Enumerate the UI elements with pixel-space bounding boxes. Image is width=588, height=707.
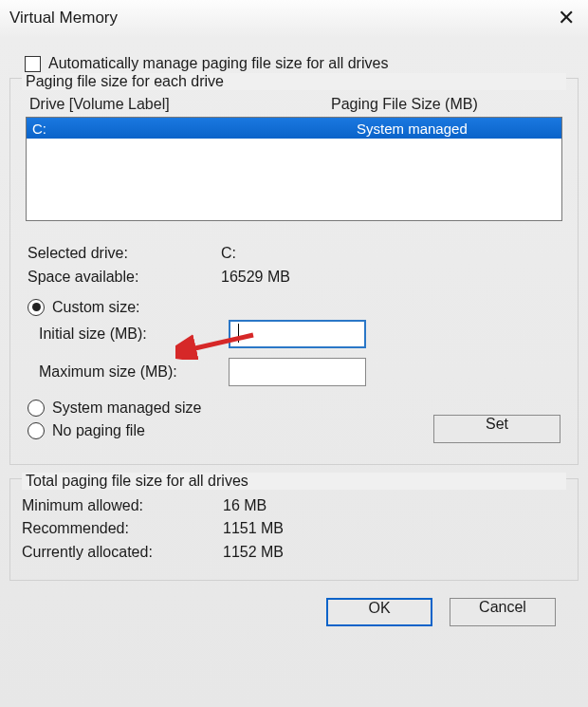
radio-none-label: No paging file xyxy=(52,422,145,439)
selected-drive-info: Selected drive: C: Space available: 1652… xyxy=(28,242,566,289)
auto-manage-label: Automatically manage paging file size fo… xyxy=(48,55,388,72)
drive-col-header: Drive [Volume Label] xyxy=(29,96,331,113)
auto-manage-checkbox[interactable]: Automatically manage paging file size fo… xyxy=(25,55,579,72)
radio-icon xyxy=(28,299,45,316)
maximum-size-label: Maximum size (MB): xyxy=(39,363,229,381)
drive-size: System managed xyxy=(357,121,556,137)
radio-icon xyxy=(28,422,45,439)
totals-section: Total paging file size for all drives Mi… xyxy=(9,478,579,581)
drive-letter: C: xyxy=(32,121,357,137)
ok-button[interactable]: OK xyxy=(326,598,432,626)
checkbox-icon xyxy=(25,56,41,72)
currently-allocated-value: 1152 MB xyxy=(223,541,284,565)
initial-size-input[interactable] xyxy=(229,320,366,348)
minimum-allowed-label: Minimum allowed: xyxy=(22,494,223,518)
radio-icon xyxy=(28,400,45,417)
radio-custom-size[interactable]: Custom size: xyxy=(28,299,566,316)
currently-allocated-label: Currently allocated: xyxy=(22,541,223,565)
drive-list-header: Drive [Volume Label] Paging File Size (M… xyxy=(22,94,566,113)
minimum-allowed-value: 16 MB xyxy=(223,494,266,518)
maximum-size-input[interactable] xyxy=(229,358,366,386)
initial-size-label: Initial size (MB): xyxy=(39,326,229,343)
space-available-value: 16529 MB xyxy=(221,266,290,289)
cancel-button[interactable]: Cancel xyxy=(450,598,556,626)
selected-drive-value: C: xyxy=(221,242,236,266)
drive-row[interactable]: C: System managed xyxy=(27,118,561,139)
close-icon[interactable]: ✕ xyxy=(552,6,580,30)
space-available-label: Space available: xyxy=(28,266,221,289)
recommended-value: 1151 MB xyxy=(223,517,284,541)
drive-section-title: Paging file size for each drive xyxy=(22,73,566,90)
set-button[interactable]: Set xyxy=(433,415,560,443)
dialog-footer: OK Cancel xyxy=(9,581,579,626)
selected-drive-label: Selected drive: xyxy=(28,242,221,266)
dialog-title: Virtual Memory xyxy=(9,9,118,28)
titlebar: Virtual Memory ✕ xyxy=(0,0,588,32)
recommended-label: Recommended: xyxy=(22,517,223,541)
radio-custom-label: Custom size: xyxy=(52,299,139,316)
size-col-header: Paging File Size (MB) xyxy=(331,96,559,113)
drive-section: Paging file size for each drive Drive [V… xyxy=(9,78,579,465)
radio-system-label: System managed size xyxy=(52,400,201,417)
drive-list[interactable]: C: System managed xyxy=(26,117,562,221)
totals-section-title: Total paging file size for all drives xyxy=(22,473,566,490)
